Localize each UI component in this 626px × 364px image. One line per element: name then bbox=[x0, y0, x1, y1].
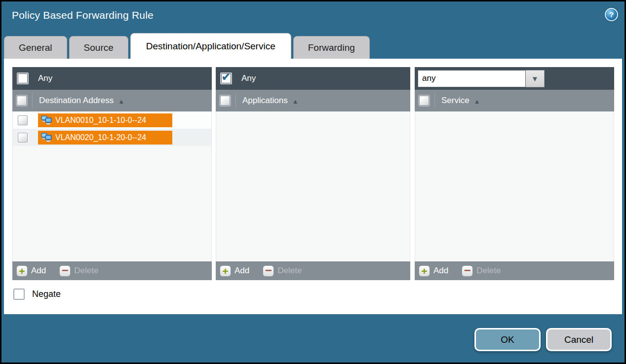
destination-add-button[interactable]: + Add bbox=[16, 265, 46, 277]
delete-icon: − bbox=[59, 265, 71, 277]
dialog-title: Policy Based Forwarding Rule bbox=[12, 9, 154, 21]
applications-column-header: Applications ▲ bbox=[216, 90, 410, 111]
applications-add-button[interactable]: + Add bbox=[220, 265, 249, 277]
destination-address-column: Any Destination Address ▲ bbox=[12, 67, 212, 280]
applications-list bbox=[216, 111, 410, 261]
service-footer: + Add − Delete bbox=[415, 261, 614, 280]
add-icon: + bbox=[220, 265, 231, 277]
address-object-chip[interactable]: VLAN0010_10-1-10-0--24 bbox=[38, 113, 172, 127]
delete-button-label: Delete bbox=[74, 266, 98, 276]
applications-any-label: Any bbox=[241, 73, 256, 83]
network-nodes-icon bbox=[41, 133, 52, 142]
table-row[interactable]: VLAN0010_10-1-10-0--24 bbox=[13, 111, 211, 129]
address-object-name: VLAN0010_10-1-10-0--24 bbox=[55, 116, 146, 125]
destination-select-all-checkbox[interactable] bbox=[17, 96, 27, 106]
service-delete-button[interactable]: − Delete bbox=[462, 265, 501, 277]
row-checkbox[interactable] bbox=[18, 133, 28, 143]
service-column: any ▼ Service ▲ + Add − Delete bbox=[415, 67, 614, 280]
service-dropdown-header: any ▼ bbox=[415, 67, 614, 90]
add-button-label: Add bbox=[31, 266, 46, 276]
tab-content-panel: Any Destination Address ▲ bbox=[4, 59, 622, 314]
sort-ascending-icon[interactable]: ▲ bbox=[474, 97, 480, 105]
cancel-button[interactable]: Cancel bbox=[546, 328, 612, 351]
add-icon: + bbox=[16, 265, 28, 277]
applications-header-label-wrap[interactable]: Applications ▲ bbox=[235, 93, 299, 108]
applications-any-checkbox[interactable]: ✔ bbox=[220, 73, 232, 84]
tab-bar: General Source Destination/Application/S… bbox=[4, 33, 370, 59]
table-row[interactable]: VLAN0020_10-1-20-0--24 bbox=[13, 129, 211, 146]
add-button-label: Add bbox=[235, 266, 249, 276]
destination-any-header: Any bbox=[12, 67, 212, 90]
delete-button-label: Delete bbox=[277, 266, 302, 276]
tab-forwarding[interactable]: Forwarding bbox=[293, 36, 370, 59]
row-checkbox[interactable] bbox=[18, 115, 28, 125]
sort-ascending-icon[interactable]: ▲ bbox=[292, 97, 299, 105]
negate-checkbox[interactable] bbox=[13, 289, 25, 300]
tab-source[interactable]: Source bbox=[69, 36, 128, 59]
service-add-button[interactable]: + Add bbox=[419, 265, 448, 277]
negate-option[interactable]: Negate bbox=[13, 289, 61, 300]
add-button-label: Add bbox=[433, 266, 448, 276]
delete-icon: − bbox=[462, 265, 473, 277]
service-column-header: Service ▲ bbox=[415, 90, 614, 111]
applications-any-header: ✔ Any bbox=[216, 67, 410, 90]
add-icon: + bbox=[419, 265, 430, 277]
tab-general[interactable]: General bbox=[4, 36, 67, 59]
service-header-label-wrap[interactable]: Service ▲ bbox=[434, 93, 480, 108]
destination-header-label-wrap[interactable]: Destination Address ▲ bbox=[32, 93, 124, 108]
service-select-all-checkbox[interactable] bbox=[419, 96, 429, 106]
applications-delete-button[interactable]: − Delete bbox=[263, 265, 302, 277]
address-object-name: VLAN0020_10-1-20-0--24 bbox=[55, 133, 146, 142]
negate-label: Negate bbox=[32, 289, 61, 299]
address-object-chip[interactable]: VLAN0020_10-1-20-0--24 bbox=[38, 131, 172, 145]
tab-destination-application-service[interactable]: Destination/Application/Service bbox=[130, 33, 291, 59]
destination-any-checkbox[interactable] bbox=[17, 73, 29, 84]
destination-address-list: VLAN0010_10-1-10-0--24 bbox=[12, 111, 212, 261]
applications-footer: + Add − Delete bbox=[216, 261, 410, 280]
sort-ascending-icon[interactable]: ▲ bbox=[118, 97, 124, 105]
delete-button-label: Delete bbox=[476, 266, 501, 276]
destination-delete-button[interactable]: − Delete bbox=[59, 265, 98, 277]
checkmark-icon: ✔ bbox=[221, 70, 231, 84]
applications-header-label: Applications bbox=[242, 96, 288, 106]
service-dropdown-value[interactable]: any bbox=[418, 70, 526, 87]
network-nodes-icon bbox=[41, 115, 52, 125]
chevron-down-icon[interactable]: ▼ bbox=[526, 70, 545, 87]
service-dropdown: any ▼ bbox=[418, 70, 545, 87]
destination-any-label: Any bbox=[38, 73, 52, 83]
service-list bbox=[415, 111, 614, 261]
ok-button[interactable]: OK bbox=[474, 328, 541, 351]
help-icon[interactable]: ? bbox=[605, 8, 618, 21]
service-header-label: Service bbox=[441, 96, 470, 106]
applications-column: ✔ Any Applications ▲ + Add − Delet bbox=[216, 67, 410, 280]
destination-header-label: Destination Address bbox=[39, 96, 114, 106]
pbf-rule-dialog: Policy Based Forwarding Rule ? General S… bbox=[0, 0, 626, 364]
destination-column-header: Destination Address ▲ bbox=[12, 90, 212, 111]
delete-icon: − bbox=[263, 265, 274, 277]
destination-footer: + Add − Delete bbox=[12, 261, 212, 280]
applications-select-all-checkbox[interactable] bbox=[220, 96, 230, 106]
